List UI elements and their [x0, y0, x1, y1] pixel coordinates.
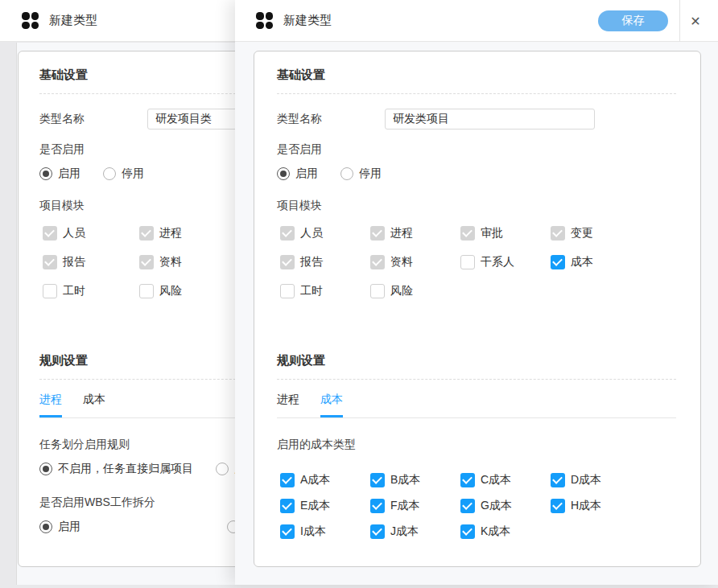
type-name-input[interactable]	[385, 109, 595, 130]
checkbox-label[interactable]: 报告	[63, 255, 85, 269]
checkbox-unchecked-icon[interactable]	[43, 284, 57, 298]
type-name-row: 类型名称	[277, 109, 676, 130]
radio-label[interactable]: 启用	[58, 167, 80, 181]
checkbox-label[interactable]: 审批	[481, 226, 503, 241]
checkbox-checked-disabled-icon[interactable]	[139, 255, 154, 269]
type-name-label: 类型名称	[39, 112, 147, 126]
checkbox-unchecked-icon[interactable]	[139, 284, 154, 298]
checkbox-unchecked-icon[interactable]	[370, 284, 385, 298]
checkbox-unchecked-icon[interactable]	[460, 255, 475, 269]
checkbox-checked-disabled-icon[interactable]	[280, 226, 295, 241]
checkbox-checked-disabled-icon[interactable]	[551, 226, 565, 241]
radio-label[interactable]: 停用	[359, 167, 382, 181]
app-window: 新建类型 基础设置 类型名称 是否启用 启用 停用 项目模块 人员	[0, 0, 718, 588]
checkbox-label[interactable]: 进程	[159, 226, 182, 241]
front-settings-card: 基础设置 类型名称 是否启用 启用 停用 项目模块	[254, 51, 701, 567]
close-icon[interactable]: ✕	[686, 0, 705, 42]
type-name-label: 类型名称	[277, 112, 385, 126]
checkbox-label[interactable]: J成本	[390, 524, 419, 539]
modules-grid: 人员 进程 审批 变更 报告	[280, 226, 676, 298]
radio-selected-icon[interactable]	[277, 167, 290, 180]
tab-cost[interactable]: 成本	[320, 393, 343, 417]
module-checkbox-item: 人员	[280, 226, 370, 241]
checkbox-checked-disabled-icon[interactable]	[280, 255, 295, 269]
checkbox-label[interactable]: H成本	[571, 499, 601, 513]
checkbox-unchecked-icon[interactable]	[280, 284, 295, 298]
checkbox-checked-icon[interactable]	[460, 524, 475, 539]
checkbox-label[interactable]: 成本	[571, 255, 593, 269]
checkbox-checked-icon[interactable]	[370, 473, 385, 487]
radio-selected-icon[interactable]	[39, 463, 52, 475]
checkbox-checked-disabled-icon[interactable]	[370, 255, 385, 269]
back-drawer-title: 新建类型	[49, 13, 97, 28]
checkbox-checked-icon[interactable]	[460, 499, 475, 513]
checkbox-label[interactable]: 风险	[390, 284, 413, 298]
checkbox-label[interactable]: 人员	[63, 226, 85, 241]
radio-label[interactable]: 不启用，任务直接归属项目	[58, 462, 193, 476]
checkbox-checked-icon[interactable]	[280, 524, 295, 539]
module-checkbox-item: 进程	[370, 226, 460, 241]
checkbox-label[interactable]: 变更	[571, 226, 593, 241]
checkbox-checked-disabled-icon[interactable]	[139, 226, 154, 241]
radio-unselected-icon[interactable]	[340, 167, 353, 180]
radio-option-enabled: 启用	[39, 167, 80, 181]
checkbox-checked-icon[interactable]	[551, 255, 565, 269]
save-button[interactable]: 保存	[598, 10, 668, 31]
module-checkbox-item: 风险	[139, 284, 236, 298]
checkbox-label[interactable]: B成本	[390, 473, 420, 487]
tab-process[interactable]: 进程	[277, 393, 299, 417]
checkbox-checked-icon[interactable]	[370, 499, 385, 513]
checkbox-label[interactable]: 进程	[390, 226, 413, 241]
checkbox-label[interactable]: I成本	[300, 524, 326, 539]
checkbox-label[interactable]: 资料	[159, 255, 182, 269]
checkbox-label[interactable]: 工时	[63, 284, 85, 298]
radio-option-disabled: 停用	[340, 167, 382, 181]
checkbox-checked-disabled-icon[interactable]	[460, 226, 475, 241]
radio-label[interactable]: 停用	[122, 167, 144, 181]
radio-selected-icon[interactable]	[39, 520, 52, 533]
module-checkbox-item: 审批	[460, 226, 551, 241]
checkbox-checked-icon[interactable]	[280, 499, 295, 513]
checkbox-label[interactable]: C成本	[481, 473, 511, 487]
module-checkbox-item: 人员	[43, 226, 139, 241]
checkbox-label[interactable]: 干系人	[481, 255, 514, 269]
tab-process[interactable]: 进程	[39, 393, 62, 417]
radio-label[interactable]: 启用	[58, 520, 80, 534]
basic-settings-heading: 基础设置	[277, 51, 676, 83]
checkbox-label[interactable]: 人员	[300, 226, 323, 241]
tab-cost[interactable]: 成本	[83, 393, 105, 417]
checkbox-checked-icon[interactable]	[460, 473, 475, 487]
checkbox-checked-disabled-icon[interactable]	[43, 226, 57, 241]
radio-option-no-split: 不启用，任务直接归属项目	[39, 462, 193, 476]
checkbox-checked-icon[interactable]	[551, 499, 565, 513]
checkbox-label[interactable]: 工时	[300, 284, 323, 298]
checkbox-label[interactable]: F成本	[390, 499, 420, 513]
checkbox-label[interactable]: K成本	[481, 524, 510, 539]
checkbox-label[interactable]: D成本	[571, 473, 601, 487]
checkbox-checked-icon[interactable]	[370, 524, 385, 539]
cost-checkbox-item: G成本	[460, 499, 551, 513]
checkbox-checked-icon[interactable]	[280, 473, 295, 487]
checkbox-label[interactable]: E成本	[300, 499, 330, 513]
checkbox-label[interactable]: 风险	[159, 284, 182, 298]
header-divider	[679, 0, 680, 42]
radio-unselected-icon[interactable]	[216, 463, 229, 475]
divider	[277, 93, 676, 94]
checkbox-checked-disabled-icon[interactable]	[370, 226, 385, 241]
module-checkbox-item: 资料	[370, 255, 460, 269]
front-drawer-title: 新建类型	[283, 13, 332, 28]
radio-selected-icon[interactable]	[39, 167, 52, 180]
radio-unselected-icon[interactable]	[103, 167, 116, 180]
checkbox-checked-disabled-icon[interactable]	[43, 255, 57, 269]
radio-label[interactable]: 启用	[295, 167, 318, 181]
module-checkbox-item: 报告	[280, 255, 370, 269]
checkbox-label[interactable]: 资料	[390, 255, 413, 269]
cost-checkbox-item: D成本	[551, 473, 641, 487]
checkbox-label[interactable]: 报告	[300, 255, 323, 269]
cost-checkbox-item: B成本	[370, 473, 460, 487]
checkbox-checked-icon[interactable]	[551, 473, 565, 487]
checkbox-label[interactable]: A成本	[300, 473, 330, 487]
enable-radio-group: 启用 停用	[277, 167, 676, 181]
module-checkbox-item: 变更	[551, 226, 641, 241]
checkbox-label[interactable]: G成本	[481, 499, 512, 513]
